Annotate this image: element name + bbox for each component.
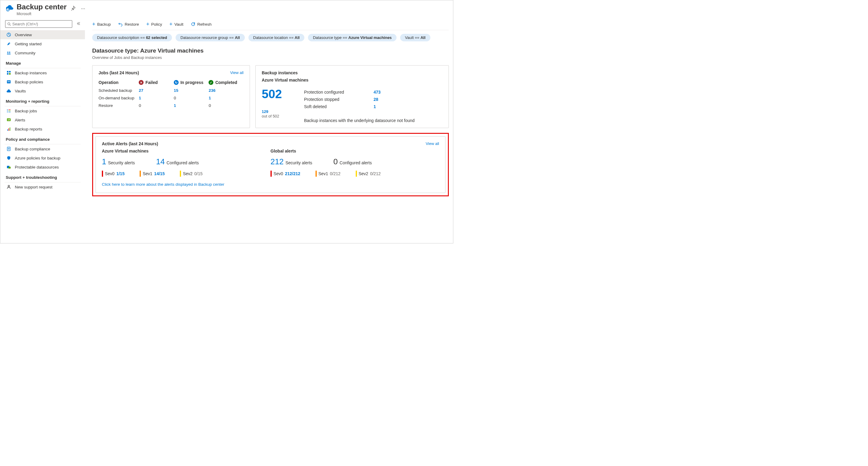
instance-stat-row: Protection configured 473 [304,89,442,96]
support-icon [6,185,11,189]
nav-backup-policies[interactable]: Backup policies [0,77,85,87]
nav-label: Getting started [15,42,42,46]
nav-azure-policies[interactable]: Azure policies for backup [0,154,85,163]
alerts-vm-title: Azure Virtual machines [102,148,271,154]
job-failed-link[interactable]: 27 [139,88,143,93]
sev-link[interactable]: 14/15 [154,171,165,176]
nav-getting-started[interactable]: Getting started [0,39,85,48]
svg-point-5 [7,52,8,53]
filter-datasource-type[interactable]: Datasource type == Azure Virtual machine… [308,34,397,41]
svg-rect-22 [8,167,10,169]
nav-section-monitoring: Monitoring + reporting [0,95,85,105]
backup-button[interactable]: +Backup [92,22,111,27]
job-prog-link[interactable]: 1 [174,103,176,108]
search-input[interactable] [5,20,72,28]
vm-security-count[interactable]: 1 [102,157,106,166]
sev-link[interactable]: 212/212 [285,171,301,176]
nav-backup-instances[interactable]: Backup instances [0,68,85,77]
filter-subscription[interactable]: Datasource subscription == 62 selected [92,34,172,41]
sidebar: Overview Getting started Community Manag… [0,19,85,243]
nav-label: Backup jobs [15,109,37,113]
job-prog-link[interactable]: 15 [174,88,178,93]
svg-rect-20 [7,147,10,151]
pin-icon[interactable] [71,6,75,11]
toolbar-label: Policy [151,22,162,27]
nav-label: Community [15,51,35,55]
alerts-card: View all Active Alerts (last 24 Hours) A… [95,136,445,193]
reports-icon [6,127,11,131]
global-configured-count: 0 [333,157,338,166]
nav-protectable[interactable]: Protectable datasources [0,163,85,171]
sev-link[interactable]: 1/15 [116,171,125,176]
policy-button[interactable]: +Policy [146,22,162,27]
alerts-learn-more-link[interactable]: Click here to learn more about the alert… [102,182,439,187]
sev-value: 0/212 [370,171,380,176]
col-operation: Operation [98,80,139,85]
jobs-view-all-link[interactable]: View all [230,70,244,75]
nav-vaults[interactable]: Vaults [0,87,85,95]
nav-section-manage: Manage [0,57,85,67]
filter-vault[interactable]: Vault == All [400,34,430,41]
more-icon[interactable]: ··· [81,6,85,11]
nav-label: Backup reports [15,127,42,131]
job-op: Scheduled backup [98,88,139,93]
filter-resource-group[interactable]: Datasource resource group == All [176,34,245,41]
nav-section-policy: Policy and compliance [0,133,85,143]
toolbar-label: Vault [175,22,183,27]
svg-rect-7 [7,71,8,72]
instances-desc: Backup instances with the underlying dat… [304,118,437,123]
alerts-global-col: Global alerts 212Security alerts 0Config… [271,148,439,177]
sev-value: 0/15 [194,171,203,176]
undo-icon [118,22,123,27]
job-failed-link[interactable]: 1 [139,96,141,100]
jobs-row: Scheduled backup 27 15 236 [98,87,244,94]
svg-rect-16 [9,119,10,121]
toolbar-label: Restore [125,22,139,27]
svg-rect-19 [10,128,10,131]
azure-policy-icon [6,156,11,160]
page-title: Backup center [17,3,66,11]
compliance-icon [6,146,11,151]
svg-rect-9 [7,73,8,75]
alerts-highlight: View all Active Alerts (last 24 Hours) A… [92,133,449,196]
nav-label: Backup policies [15,80,43,84]
collapse-sidebar-icon[interactable] [76,22,81,27]
nav-alerts[interactable]: Alerts [0,115,85,125]
jobs-card-title: Jobs (last 24 Hours) [98,70,244,75]
toolbar-label: Refresh [197,22,212,27]
nav-label: Vaults [15,89,26,93]
instances-notfound-link[interactable]: 129 [262,109,268,114]
instances-icon [6,70,11,75]
sev-item: Sev0212/212 [271,171,301,177]
vault-button[interactable]: +Vault [169,22,183,27]
nav-backup-reports[interactable]: Backup reports [0,125,85,133]
sev-item: Sev20/212 [356,171,381,177]
vm-configured-count[interactable]: 14 [156,157,165,166]
jobs-icon [6,108,11,113]
stat-value-link[interactable]: 473 [374,90,380,95]
instance-stat-row: Soft deleted 1 [304,103,442,110]
job-comp-link[interactable]: 236 [209,88,216,93]
job-op: Restore [98,103,139,108]
stat-value-link[interactable]: 1 [374,104,376,109]
filter-location[interactable]: Datasource location == All [248,34,305,41]
nav-label: Backup compliance [15,147,50,151]
nav-overview[interactable]: Overview [0,30,85,39]
job-comp-link[interactable]: 1 [209,96,211,100]
refresh-button[interactable]: Refresh [191,22,212,27]
col-in-progress: ↻In progress [174,80,209,85]
page-subtitle: Microsoft [17,12,66,16]
nav-backup-compliance[interactable]: Backup compliance [0,144,85,154]
nav-community[interactable]: Community [0,48,85,57]
global-security-count[interactable]: 212 [271,157,283,166]
nav-section-support: Support + troubleshooting [0,171,85,181]
restore-button[interactable]: Restore [118,22,139,27]
toolbar-label: Backup [97,22,111,27]
instances-total-link[interactable]: 502 [262,87,304,101]
svg-rect-10 [9,73,10,75]
stat-value-link[interactable]: 28 [374,97,378,102]
alerts-view-all-link[interactable]: View all [426,141,439,146]
nav-new-support[interactable]: New support request [0,182,85,192]
alert-label: Configured alerts [166,160,199,165]
nav-backup-jobs[interactable]: Backup jobs [0,106,85,115]
